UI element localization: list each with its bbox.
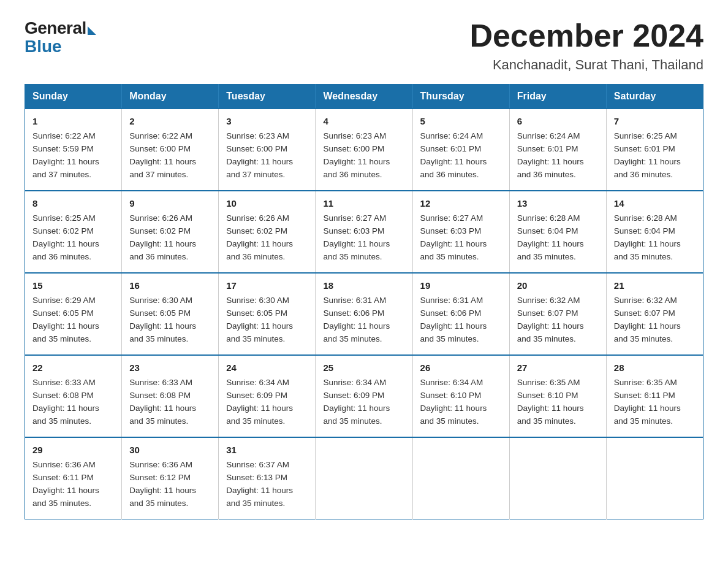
table-row: 25 Sunrise: 6:34 AMSunset: 6:09 PMDaylig…: [316, 355, 412, 437]
day-number: 19: [420, 278, 502, 293]
day-info: Sunrise: 6:34 AMSunset: 6:09 PMDaylight:…: [323, 378, 390, 426]
day-number: 12: [420, 196, 502, 210]
day-number: 10: [226, 196, 308, 210]
table-row: 31 Sunrise: 6:37 AMSunset: 6:13 PMDaylig…: [219, 437, 316, 519]
day-number: 28: [614, 361, 696, 375]
day-number: 18: [323, 278, 404, 293]
table-row: 8 Sunrise: 6:25 AMSunset: 6:02 PMDayligh…: [25, 191, 122, 273]
table-row: 19 Sunrise: 6:31 AMSunset: 6:06 PMDaylig…: [412, 273, 509, 355]
day-number: 7: [614, 114, 696, 128]
calendar-table: Sunday Monday Tuesday Wednesday Thursday…: [25, 84, 703, 519]
table-row: [412, 437, 509, 519]
table-row: [316, 437, 412, 519]
day-number: 24: [226, 361, 308, 375]
col-sunday: Sunday: [25, 85, 122, 109]
day-info: Sunrise: 6:22 AMSunset: 6:00 PMDaylight:…: [129, 131, 196, 179]
day-info: Sunrise: 6:30 AMSunset: 6:05 PMDaylight:…: [129, 296, 196, 343]
table-row: 17 Sunrise: 6:30 AMSunset: 6:05 PMDaylig…: [219, 273, 316, 355]
table-row: [509, 437, 606, 519]
col-thursday: Thursday: [412, 85, 509, 109]
table-row: 10 Sunrise: 6:26 AMSunset: 6:02 PMDaylig…: [219, 191, 316, 273]
table-row: 13 Sunrise: 6:28 AMSunset: 6:04 PMDaylig…: [509, 191, 606, 273]
day-number: 20: [517, 278, 599, 293]
day-info: Sunrise: 6:28 AMSunset: 6:04 PMDaylight:…: [517, 213, 584, 261]
col-friday: Friday: [509, 85, 606, 109]
day-number: 13: [517, 196, 599, 210]
day-number: 14: [614, 196, 696, 210]
table-row: 16 Sunrise: 6:30 AMSunset: 6:05 PMDaylig…: [122, 273, 219, 355]
table-row: 20 Sunrise: 6:32 AMSunset: 6:07 PMDaylig…: [509, 273, 606, 355]
day-number: 16: [129, 278, 211, 293]
day-info: Sunrise: 6:27 AMSunset: 6:03 PMDaylight:…: [323, 213, 390, 261]
day-number: 3: [226, 114, 308, 128]
day-info: Sunrise: 6:25 AMSunset: 6:01 PMDaylight:…: [614, 131, 681, 179]
table-row: [606, 437, 703, 519]
day-number: 6: [517, 114, 599, 128]
table-row: 30 Sunrise: 6:36 AMSunset: 6:12 PMDaylig…: [122, 437, 219, 519]
table-row: 22 Sunrise: 6:33 AMSunset: 6:08 PMDaylig…: [25, 355, 122, 437]
table-row: 23 Sunrise: 6:33 AMSunset: 6:08 PMDaylig…: [122, 355, 219, 437]
day-info: Sunrise: 6:29 AMSunset: 6:05 PMDaylight:…: [32, 296, 99, 343]
day-number: 25: [323, 361, 404, 375]
table-row: 21 Sunrise: 6:32 AMSunset: 6:07 PMDaylig…: [606, 273, 703, 355]
day-number: 1: [32, 114, 114, 128]
day-number: 30: [129, 443, 211, 457]
table-row: 1 Sunrise: 6:22 AMSunset: 5:59 PMDayligh…: [25, 109, 122, 191]
day-number: 22: [32, 361, 114, 375]
day-info: Sunrise: 6:24 AMSunset: 6:01 PMDaylight:…: [420, 131, 487, 179]
day-info: Sunrise: 6:26 AMSunset: 6:02 PMDaylight:…: [129, 213, 196, 261]
table-row: 18 Sunrise: 6:31 AMSunset: 6:06 PMDaylig…: [316, 273, 412, 355]
col-wednesday: Wednesday: [316, 85, 412, 109]
day-number: 26: [420, 361, 502, 375]
calendar-week-row: 22 Sunrise: 6:33 AMSunset: 6:08 PMDaylig…: [25, 355, 703, 437]
logo: General Blue: [25, 18, 96, 56]
calendar-week-row: 29 Sunrise: 6:36 AMSunset: 6:11 PMDaylig…: [25, 437, 703, 519]
table-row: 26 Sunrise: 6:34 AMSunset: 6:10 PMDaylig…: [412, 355, 509, 437]
col-monday: Monday: [122, 85, 219, 109]
calendar-header-row: Sunday Monday Tuesday Wednesday Thursday…: [25, 85, 703, 109]
day-number: 8: [32, 196, 114, 210]
table-row: 28 Sunrise: 6:35 AMSunset: 6:11 PMDaylig…: [606, 355, 703, 437]
day-number: 2: [129, 114, 211, 128]
day-info: Sunrise: 6:31 AMSunset: 6:06 PMDaylight:…: [323, 296, 390, 343]
day-number: 9: [129, 196, 211, 210]
day-info: Sunrise: 6:23 AMSunset: 6:00 PMDaylight:…: [323, 131, 390, 179]
day-info: Sunrise: 6:36 AMSunset: 6:11 PMDaylight:…: [32, 460, 99, 508]
logo-triangle-icon: [88, 26, 96, 35]
day-info: Sunrise: 6:33 AMSunset: 6:08 PMDaylight:…: [32, 378, 99, 426]
day-info: Sunrise: 6:32 AMSunset: 6:07 PMDaylight:…: [517, 296, 584, 343]
day-number: 29: [32, 443, 114, 457]
col-tuesday: Tuesday: [219, 85, 316, 109]
day-info: Sunrise: 6:27 AMSunset: 6:03 PMDaylight:…: [420, 213, 487, 261]
day-info: Sunrise: 6:26 AMSunset: 6:02 PMDaylight:…: [226, 213, 293, 261]
table-row: 3 Sunrise: 6:23 AMSunset: 6:00 PMDayligh…: [219, 109, 316, 191]
day-info: Sunrise: 6:35 AMSunset: 6:10 PMDaylight:…: [517, 378, 584, 426]
table-row: 15 Sunrise: 6:29 AMSunset: 6:05 PMDaylig…: [25, 273, 122, 355]
day-number: 11: [323, 196, 404, 210]
day-info: Sunrise: 6:24 AMSunset: 6:01 PMDaylight:…: [517, 131, 584, 179]
logo-blue-text: Blue: [25, 37, 62, 56]
table-row: 2 Sunrise: 6:22 AMSunset: 6:00 PMDayligh…: [122, 109, 219, 191]
day-info: Sunrise: 6:37 AMSunset: 6:13 PMDaylight:…: [226, 460, 293, 508]
day-info: Sunrise: 6:35 AMSunset: 6:11 PMDaylight:…: [614, 378, 681, 426]
calendar-week-row: 15 Sunrise: 6:29 AMSunset: 6:05 PMDaylig…: [25, 273, 703, 355]
page-title: December 2024: [469, 18, 703, 53]
table-row: 29 Sunrise: 6:36 AMSunset: 6:11 PMDaylig…: [25, 437, 122, 519]
day-info: Sunrise: 6:33 AMSunset: 6:08 PMDaylight:…: [129, 378, 196, 426]
day-number: 15: [32, 278, 114, 293]
day-number: 21: [614, 278, 696, 293]
day-info: Sunrise: 6:34 AMSunset: 6:10 PMDaylight:…: [420, 378, 487, 426]
page-subtitle: Kanchanadit, Surat Thani, Thailand: [469, 57, 703, 73]
table-row: 7 Sunrise: 6:25 AMSunset: 6:01 PMDayligh…: [606, 109, 703, 191]
table-row: 14 Sunrise: 6:28 AMSunset: 6:04 PMDaylig…: [606, 191, 703, 273]
day-info: Sunrise: 6:36 AMSunset: 6:12 PMDaylight:…: [129, 460, 196, 508]
table-row: 11 Sunrise: 6:27 AMSunset: 6:03 PMDaylig…: [316, 191, 412, 273]
calendar-week-row: 1 Sunrise: 6:22 AMSunset: 5:59 PMDayligh…: [25, 109, 703, 191]
day-info: Sunrise: 6:25 AMSunset: 6:02 PMDaylight:…: [32, 213, 99, 261]
table-row: 9 Sunrise: 6:26 AMSunset: 6:02 PMDayligh…: [122, 191, 219, 273]
day-info: Sunrise: 6:30 AMSunset: 6:05 PMDaylight:…: [226, 296, 293, 343]
table-row: 27 Sunrise: 6:35 AMSunset: 6:10 PMDaylig…: [509, 355, 606, 437]
table-row: 5 Sunrise: 6:24 AMSunset: 6:01 PMDayligh…: [412, 109, 509, 191]
day-info: Sunrise: 6:34 AMSunset: 6:09 PMDaylight:…: [226, 378, 293, 426]
day-number: 4: [323, 114, 404, 128]
